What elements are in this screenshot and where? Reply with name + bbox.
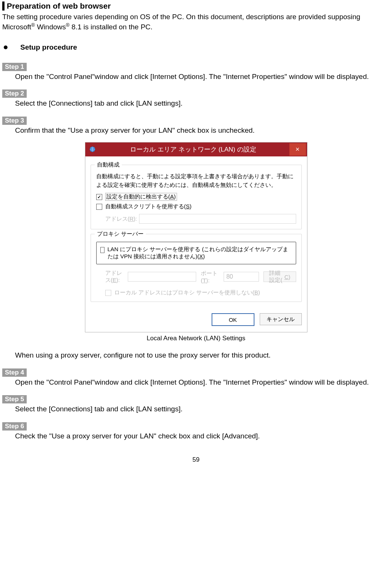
intro-rest: 8.1 is installed on the PC. bbox=[70, 23, 153, 31]
checkbox-icon bbox=[100, 247, 104, 253]
step-4-label: Step 4 bbox=[2, 368, 27, 377]
checkbox-checked-icon bbox=[96, 194, 102, 200]
proxy-address-input bbox=[128, 272, 196, 282]
proxy-address-label: アドレス(E): bbox=[105, 270, 124, 284]
auto-addr-key: R bbox=[130, 215, 134, 222]
proxy-enable-checkbox-row[interactable]: LAN にプロキシ サーバーを使用する (これらの設定はダイヤルアップまたは V… bbox=[100, 246, 292, 260]
proxy-group: プロキシ サーバー LAN にプロキシ サーバーを使用する (これらの設定はダイ… bbox=[91, 234, 302, 302]
proxy-chk-pre: LAN にプロキシ サーバーを使用する (これらの設定はダイヤルアップまたは V… bbox=[107, 246, 289, 259]
intro-sup1: ® bbox=[31, 22, 35, 28]
step-3-note: When using a proxy server, configure not… bbox=[15, 350, 390, 360]
globe-icon bbox=[89, 146, 96, 153]
intro-text: The setting procedure varies depending o… bbox=[2, 12, 390, 32]
auto-detect-label-post: ) bbox=[174, 193, 176, 200]
proxy-highlight-box: LAN にプロキシ サーバーを使用する (これらの設定はダイヤルアップまたは V… bbox=[96, 242, 296, 264]
auto-script-label-key: S bbox=[186, 203, 190, 209]
auto-config-group: 自動構成 自動構成にすると、手動による設定事項を上書きする場合があります。手動に… bbox=[91, 165, 302, 230]
step-6-label: Step 6 bbox=[2, 422, 27, 431]
auto-config-legend: 自動構成 bbox=[95, 161, 122, 168]
dialog-title: ローカル エリア ネットワーク (LAN) の設定 bbox=[96, 145, 307, 154]
auto-script-label-post: ) bbox=[190, 203, 192, 209]
checkbox-icon bbox=[96, 204, 102, 210]
proxy-port-input: 80 bbox=[224, 272, 259, 282]
step-5-label: Step 5 bbox=[2, 395, 27, 403]
bypass-pre: ローカル アドレスにはプロキシ サーバーを使用しない( bbox=[114, 289, 254, 296]
auto-detect-label-pre: 設定を自動的に検出する( bbox=[106, 193, 170, 200]
figure-caption: Local Area Network (LAN) Settings bbox=[2, 335, 390, 342]
step-6-body: Check the "Use a proxy server for your L… bbox=[15, 431, 390, 441]
step-2-body: Select the [Connections] tab and click [… bbox=[15, 99, 390, 108]
auto-detect-checkbox-row[interactable]: 設定を自動的に検出する(A) bbox=[96, 193, 296, 201]
auto-addr-pre: アドレス( bbox=[105, 215, 130, 222]
lan-settings-dialog: ローカル エリア ネットワーク (LAN) の設定 × 自動構成 自動構成にする… bbox=[85, 142, 307, 333]
ok-button[interactable]: OK bbox=[212, 313, 254, 326]
step-2-label: Step 2 bbox=[2, 89, 27, 98]
setup-heading: Setup procedure bbox=[20, 43, 77, 52]
proxy-port-value: 80 bbox=[226, 273, 233, 280]
proxy-legend: プロキシ サーバー bbox=[95, 230, 146, 238]
bypass-post: ) bbox=[258, 289, 260, 296]
bypass-key: B bbox=[254, 289, 258, 296]
step-1-label: Step 1 bbox=[2, 63, 27, 71]
intro-ms: Microsoft bbox=[2, 23, 31, 31]
intro-sup2: ® bbox=[66, 22, 70, 28]
step-1-body: Open the "Control Panel"window and click… bbox=[15, 72, 390, 82]
proxy-port-label: ポート(T): bbox=[201, 270, 219, 283]
intro-line1: The setting procedure varies depending o… bbox=[2, 13, 360, 21]
adv-pre: 詳細設定( bbox=[269, 270, 285, 284]
auto-script-label-pre: 自動構成スクリプトを使用する( bbox=[105, 203, 186, 209]
step-3-label: Step 3 bbox=[2, 117, 27, 125]
step-3-body: Confirm that the "Use a proxy server for… bbox=[15, 126, 390, 135]
auto-addr-post: ): bbox=[133, 215, 137, 222]
proxy-chk-key: X bbox=[199, 253, 203, 259]
adv-post: ) bbox=[289, 274, 291, 280]
section-title: Preparation of web browser bbox=[7, 2, 111, 11]
close-button[interactable]: × bbox=[289, 143, 306, 156]
close-icon: × bbox=[295, 146, 300, 153]
section-bar-icon bbox=[2, 2, 5, 11]
cancel-button[interactable]: キャンセル bbox=[260, 313, 302, 325]
bypass-local-checkbox-row: ローカル アドレスにはプロキシ サーバーを使用しない(B) bbox=[105, 289, 296, 296]
auto-address-input bbox=[139, 214, 296, 224]
auto-address-label: アドレス(R): bbox=[105, 215, 139, 223]
checkbox-disabled-icon bbox=[105, 290, 111, 296]
page-number: 59 bbox=[2, 456, 390, 471]
dialog-titlebar: ローカル エリア ネットワーク (LAN) の設定 × bbox=[85, 142, 307, 156]
adv-key: C bbox=[285, 274, 289, 280]
auto-script-checkbox-row[interactable]: 自動構成スクリプトを使用する(S) bbox=[96, 203, 296, 210]
bullet-icon bbox=[4, 45, 8, 49]
proxy-chk-post: ) bbox=[203, 253, 205, 259]
proxy-addr-post: ): bbox=[117, 277, 120, 283]
step-5-body: Select the [Connections] tab and click [… bbox=[15, 404, 390, 414]
advanced-button: 詳細設定(C) bbox=[263, 271, 296, 282]
auto-config-desc: 自動構成にすると、手動による設定事項を上書きする場合があります。手動による設定を… bbox=[96, 172, 296, 189]
step-4-body: Open the "Control Panel"window and click… bbox=[15, 377, 390, 387]
proxy-addr-key: E bbox=[113, 277, 117, 283]
intro-win: Windows bbox=[35, 23, 66, 31]
proxy-port-post: ): bbox=[206, 277, 209, 283]
auto-detect-label-key: A bbox=[170, 193, 174, 200]
